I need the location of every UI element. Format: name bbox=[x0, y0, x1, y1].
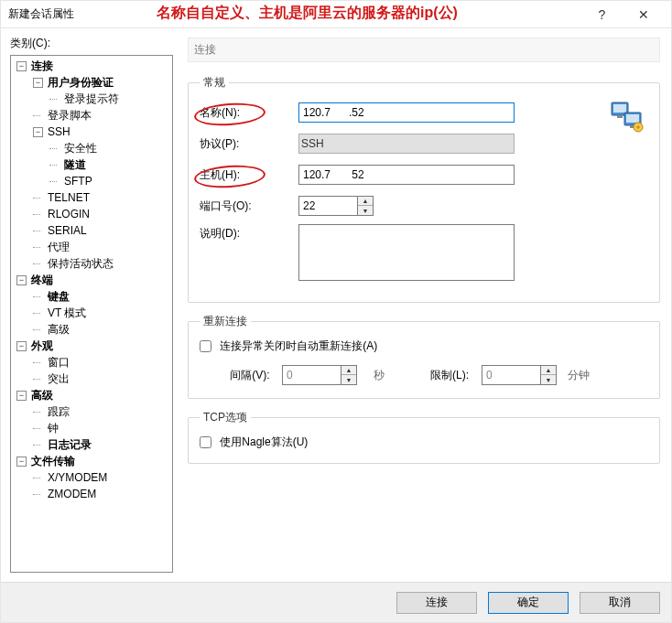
expand-icon[interactable]: − bbox=[16, 391, 27, 401]
nagle-checkbox[interactable] bbox=[200, 436, 211, 448]
general-group: 常规 名称(N): 协议(P): SSH bbox=[188, 75, 660, 303]
tree-advanced[interactable]: 高级 bbox=[29, 388, 55, 403]
tree-proxy[interactable]: 代理 bbox=[46, 240, 71, 255]
tcp-group: TCP选项 使用Nagle算法(U) bbox=[188, 410, 660, 464]
tree-serial[interactable]: SERIAL bbox=[46, 224, 89, 237]
limit-label: 限制(L): bbox=[423, 368, 476, 383]
tree-log[interactable]: 日志记录 bbox=[46, 437, 93, 453]
chevron-down-icon[interactable]: ▼ bbox=[541, 375, 556, 384]
protocol-label: 协议(P): bbox=[200, 137, 239, 150]
reconnect-legend: 重新连接 bbox=[200, 314, 251, 329]
tree-sftp[interactable]: SFTP bbox=[62, 175, 94, 188]
tree-keepalive[interactable]: 保持活动状态 bbox=[46, 256, 115, 272]
cancel-button[interactable]: 取消 bbox=[580, 592, 660, 614]
expand-icon[interactable]: − bbox=[33, 78, 43, 88]
tree-telnet[interactable]: TELNET bbox=[46, 191, 92, 204]
tree-vt[interactable]: VT 模式 bbox=[46, 306, 88, 321]
tree-auth[interactable]: 用户身份验证 bbox=[46, 75, 115, 91]
name-label: 名称(N): bbox=[200, 106, 240, 119]
interval-spinner[interactable]: ▲▼ bbox=[341, 365, 357, 385]
close-button[interactable]: ✕ bbox=[623, 7, 664, 22]
host-label: 主机(H): bbox=[200, 168, 240, 181]
tree-trace[interactable]: 跟踪 bbox=[46, 404, 71, 420]
port-input[interactable] bbox=[298, 196, 357, 216]
tree-login-prompt[interactable]: 登录提示符 bbox=[62, 91, 121, 107]
window-title: 新建会话属性 bbox=[8, 6, 74, 22]
tree-keyboard[interactable]: 键盘 bbox=[46, 289, 71, 305]
reconnect-group: 重新连接 连接异常关闭时自动重新连接(A) 间隔(V): ▲▼ 秒 限制(L): bbox=[188, 314, 660, 399]
tree-bell[interactable]: 钟 bbox=[46, 421, 60, 436]
port-label: 端口号(O): bbox=[200, 199, 252, 212]
category-label: 类别(C): bbox=[10, 36, 173, 51]
limit-unit: 分钟 bbox=[562, 368, 595, 383]
chevron-down-icon[interactable]: ▼ bbox=[341, 375, 356, 384]
tree-connection[interactable]: 连接 bbox=[29, 59, 55, 74]
chevron-up-icon[interactable]: ▲ bbox=[341, 366, 356, 375]
tree-terminal[interactable]: 终端 bbox=[29, 273, 55, 288]
chevron-up-icon[interactable]: ▲ bbox=[541, 366, 556, 375]
nagle-text: 使用Nagle算法(U) bbox=[220, 435, 308, 448]
nagle-label[interactable]: 使用Nagle算法(U) bbox=[200, 435, 308, 448]
tree-zmodem[interactable]: ZMODEM bbox=[46, 488, 98, 500]
tree-ssh[interactable]: SSH bbox=[46, 125, 72, 138]
tree-rlogin[interactable]: RLOGIN bbox=[46, 208, 92, 220]
tree-security[interactable]: 安全性 bbox=[62, 141, 99, 156]
limit-input[interactable] bbox=[482, 365, 540, 385]
tree-appearance[interactable]: 外观 bbox=[29, 338, 55, 354]
expand-icon[interactable]: − bbox=[16, 341, 27, 351]
expand-icon[interactable]: − bbox=[16, 275, 27, 285]
panel-header: 连接 bbox=[188, 38, 660, 62]
tree-xymodem[interactable]: X/YMODEM bbox=[46, 471, 109, 484]
tree-adv-t[interactable]: 高级 bbox=[46, 322, 71, 338]
chevron-down-icon[interactable]: ▼ bbox=[358, 206, 373, 215]
auto-reconnect-label[interactable]: 连接异常关闭时自动重新连接(A) bbox=[200, 339, 377, 352]
interval-input[interactable] bbox=[282, 365, 341, 385]
general-legend: 常规 bbox=[200, 75, 229, 91]
expand-icon[interactable]: − bbox=[16, 61, 27, 71]
tree-tunnel[interactable]: 隧道 bbox=[62, 157, 88, 173]
host-input[interactable] bbox=[298, 165, 515, 185]
interval-label: 间隔(V): bbox=[223, 368, 276, 383]
category-tree[interactable]: −连接 −用户身份验证 登录提示符 登录脚本 −SSH bbox=[10, 55, 173, 573]
annotation-text: 名称自自定义、主机是阿里云的服务器的ip(公) bbox=[157, 4, 458, 23]
expand-icon[interactable]: − bbox=[33, 127, 43, 137]
tcp-legend: TCP选项 bbox=[200, 410, 251, 425]
limit-spinner[interactable]: ▲▼ bbox=[540, 365, 557, 385]
auto-reconnect-checkbox[interactable] bbox=[200, 340, 211, 352]
desc-textarea[interactable] bbox=[298, 224, 515, 281]
help-button[interactable]: ? bbox=[581, 7, 623, 22]
expand-icon[interactable]: − bbox=[16, 457, 27, 467]
tree-highlight[interactable]: 突出 bbox=[46, 371, 71, 387]
chevron-up-icon[interactable]: ▲ bbox=[358, 197, 373, 206]
interval-unit: 秒 bbox=[363, 368, 396, 383]
ok-button[interactable]: 确定 bbox=[488, 592, 569, 614]
name-input[interactable] bbox=[298, 102, 515, 123]
protocol-select[interactable]: SSH bbox=[298, 134, 515, 154]
desc-label: 说明(D): bbox=[200, 227, 240, 240]
tree-transfer[interactable]: 文件传输 bbox=[29, 454, 77, 469]
auto-reconnect-text: 连接异常关闭时自动重新连接(A) bbox=[220, 339, 377, 352]
port-spinner[interactable]: ▲▼ bbox=[357, 196, 374, 216]
tree-login-script[interactable]: 登录脚本 bbox=[46, 108, 93, 124]
tree-window[interactable]: 窗口 bbox=[46, 355, 71, 371]
connect-button[interactable]: 连接 bbox=[396, 592, 477, 614]
